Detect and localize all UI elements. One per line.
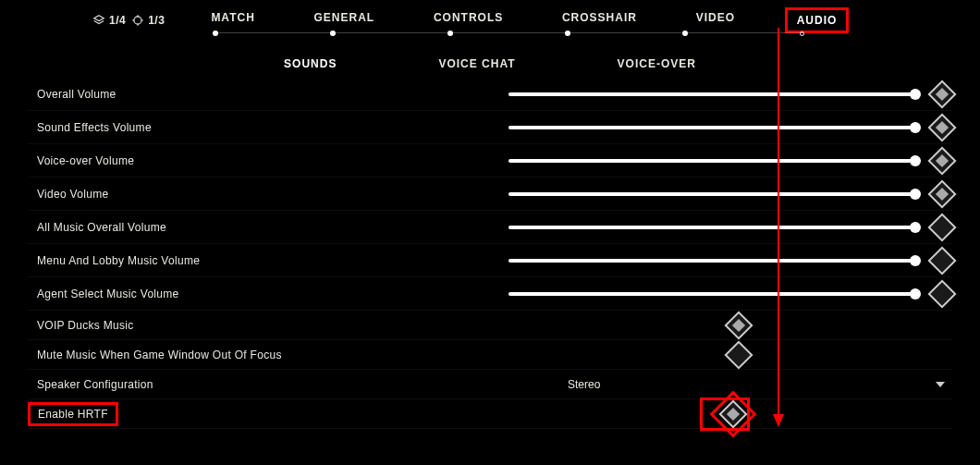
setting-row: VOIP Ducks Music	[28, 311, 952, 340]
top-nav: 1/4 1/3 MATCH GENERAL CONTROLS CROSSHAIR…	[0, 0, 980, 33]
setting-control: Stereo	[508, 378, 952, 391]
reset-icon[interactable]	[927, 113, 956, 141]
setting-label: All Music Overall Volume	[28, 221, 508, 234]
setting-control	[508, 151, 952, 171]
reset-icon[interactable]	[927, 246, 956, 275]
subtab-voice-chat[interactable]: VOICE CHAT	[438, 57, 515, 70]
layers-icon	[92, 14, 105, 27]
subtab-voice-over[interactable]: VOICE-OVER	[618, 57, 696, 70]
reset-icon[interactable]	[927, 80, 956, 108]
setting-row: Voice-over Volume	[28, 144, 952, 177]
volume-slider[interactable]	[508, 226, 915, 229]
page-indicator: 1/4 1/3	[92, 14, 165, 27]
setting-control	[508, 345, 952, 365]
setting-control	[497, 398, 952, 431]
setting-control	[508, 251, 952, 271]
subtab-sounds[interactable]: SOUNDS	[284, 57, 337, 70]
setting-control	[508, 184, 952, 204]
indicator-right: 1/3	[148, 14, 165, 27]
setting-label: Mute Music When Game Window Out Of Focus	[28, 349, 508, 361]
toggle-diamond[interactable]	[724, 340, 753, 369]
reset-icon[interactable]	[927, 213, 956, 241]
setting-label: VOIP Ducks Music	[28, 319, 508, 332]
setting-row: Video Volume	[28, 177, 952, 211]
volume-slider[interactable]	[508, 159, 915, 163]
setting-label: Enable HRTF	[28, 402, 118, 426]
setting-control	[508, 117, 952, 138]
target-icon	[131, 14, 144, 27]
setting-row: Sound Effects Volume	[28, 111, 952, 144]
setting-label: Speaker Configuration	[28, 378, 508, 391]
volume-slider[interactable]	[508, 92, 915, 96]
volume-slider[interactable]	[508, 259, 915, 263]
setting-label: Sound Effects Volume	[28, 121, 508, 134]
setting-control	[508, 315, 952, 336]
setting-row: Enable HRTF	[28, 399, 952, 429]
setting-row: Menu And Lobby Music Volume	[28, 244, 952, 277]
reset-icon[interactable]	[927, 146, 956, 175]
tab-dot-line	[213, 30, 804, 37]
toggle-diamond[interactable]	[718, 399, 747, 428]
chevron-down-icon[interactable]	[936, 382, 945, 387]
setting-row: Overall Volume	[28, 78, 952, 111]
setting-label: Voice-over Volume	[28, 154, 508, 167]
setting-row: Mute Music When Game Window Out Of Focus	[28, 340, 952, 370]
setting-control	[508, 217, 952, 238]
volume-slider[interactable]	[508, 126, 915, 129]
reset-icon[interactable]	[927, 279, 956, 308]
volume-slider[interactable]	[508, 292, 915, 296]
select-value[interactable]: Stereo	[508, 378, 936, 391]
setting-control	[508, 284, 952, 304]
setting-row: Speaker ConfigurationStereo	[28, 370, 952, 399]
settings-list: Overall VolumeSound Effects VolumeVoice-…	[0, 78, 980, 429]
setting-row: All Music Overall Volume	[28, 211, 952, 244]
svg-point-0	[134, 17, 141, 24]
toggle-diamond[interactable]	[724, 311, 753, 339]
setting-label: Video Volume	[28, 188, 508, 201]
setting-label: Overall Volume	[28, 88, 508, 101]
setting-label: Menu And Lobby Music Volume	[28, 254, 508, 267]
reset-icon[interactable]	[927, 179, 956, 208]
setting-row: Agent Select Music Volume	[28, 277, 952, 311]
volume-slider[interactable]	[508, 192, 915, 196]
setting-label: Agent Select Music Volume	[28, 288, 508, 300]
setting-control	[508, 84, 952, 104]
indicator-left: 1/4	[109, 14, 126, 27]
sub-nav: SOUNDS VOICE CHAT VOICE-OVER	[0, 50, 980, 78]
